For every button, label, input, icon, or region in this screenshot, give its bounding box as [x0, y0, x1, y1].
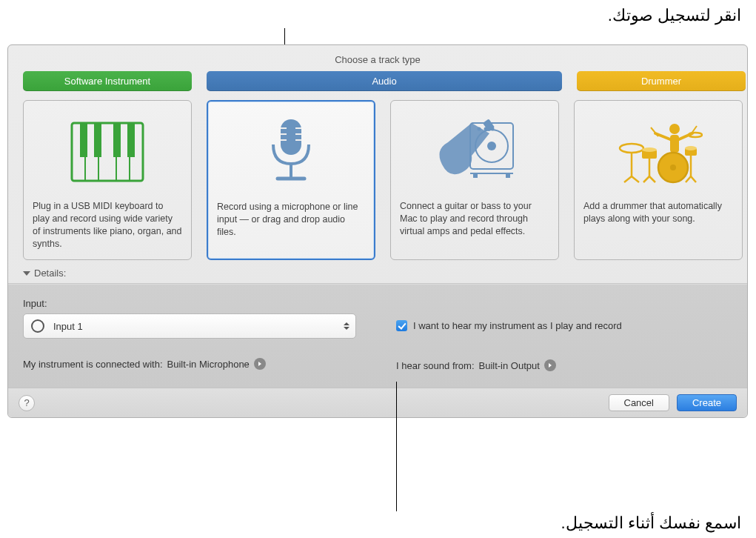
- svg-line-37: [632, 176, 639, 182]
- svg-rect-1: [80, 123, 87, 157]
- callout-line-bottom: [396, 382, 397, 511]
- svg-line-41: [643, 176, 649, 182]
- input-label: Input:: [23, 298, 359, 309]
- stepper-icon: [344, 322, 349, 330]
- connected-label: My instrument is connected with:: [23, 359, 163, 370]
- drummer-icon: [614, 113, 703, 191]
- chevron-down-icon: [23, 271, 30, 276]
- svg-line-49: [691, 176, 696, 182]
- connected-value: Built-in Microphone: [167, 359, 250, 370]
- input-value: Input 1: [53, 321, 83, 332]
- svg-line-48: [686, 176, 691, 182]
- monitor-checkbox-label: I want to hear my instrument as I play a…: [413, 320, 622, 331]
- details-arrow-icon[interactable]: [544, 359, 556, 371]
- svg-point-44: [670, 165, 676, 170]
- input-channel-icon: [31, 319, 44, 333]
- details-panel: Input: Input 1 My instrument is connecte…: [8, 284, 747, 388]
- svg-rect-9: [281, 119, 301, 155]
- card-software-instrument[interactable]: Plug in a USB MIDI keyboard to play and …: [23, 100, 192, 260]
- output-column: I want to hear my instrument as I play a…: [396, 298, 732, 371]
- help-button[interactable]: ?: [19, 395, 35, 411]
- svg-rect-4: [127, 123, 135, 157]
- new-track-dialog: Choose a track type Software Instrument …: [7, 44, 748, 418]
- svg-rect-29: [670, 135, 679, 153]
- cancel-button[interactable]: Cancel: [609, 394, 669, 411]
- svg-rect-2: [94, 123, 101, 157]
- details-arrow-icon[interactable]: [254, 358, 266, 370]
- svg-point-39: [642, 147, 657, 152]
- svg-rect-3: [113, 123, 121, 157]
- guitar-amp-icon: [430, 113, 519, 191]
- keyboard-icon: [63, 113, 152, 191]
- monitor-checkbox[interactable]: [396, 320, 407, 331]
- svg-rect-27: [506, 173, 510, 178]
- callout-hear-yourself: اسمع نفسك أثناء التسجيل.: [122, 514, 741, 533]
- card-audio-guitar[interactable]: Connect a guitar or bass to your Mac to …: [390, 100, 559, 260]
- svg-point-20: [487, 142, 496, 150]
- svg-point-46: [685, 146, 697, 150]
- details-label: Details:: [34, 268, 66, 279]
- svg-line-32: [651, 127, 658, 136]
- dialog-title: Choose a track type: [8, 45, 747, 71]
- card-guitar-text: Connect a guitar or bass to your Mac to …: [400, 200, 549, 249]
- microphone-icon: [247, 113, 335, 192]
- cards-row: Plug in a USB MIDI keyboard to play and …: [8, 91, 747, 263]
- card-drummer-text: Add a drummer that automatically plays a…: [583, 200, 733, 249]
- output-value: Built-in Output: [479, 360, 540, 371]
- output-label: I hear sound from:: [396, 360, 475, 371]
- svg-line-36: [624, 176, 632, 182]
- svg-point-34: [620, 144, 643, 153]
- svg-rect-26: [473, 173, 478, 178]
- svg-point-28: [669, 124, 680, 134]
- svg-line-33: [689, 126, 697, 136]
- dialog-footer: ? Cancel Create: [8, 388, 747, 417]
- card-software-text: Plug in a USB MIDI keyboard to play and …: [33, 200, 182, 250]
- tab-software-instrument[interactable]: Software Instrument: [23, 71, 192, 91]
- input-device-row: My instrument is connected with: Built-i…: [23, 358, 359, 370]
- card-audio-mic[interactable]: Record using a microphone or line input …: [207, 100, 375, 260]
- create-button[interactable]: Create: [677, 394, 737, 411]
- card-drummer[interactable]: Add a drummer that automatically plays a…: [574, 100, 743, 260]
- input-column: Input: Input 1 My instrument is connecte…: [23, 298, 359, 371]
- tab-audio[interactable]: Audio: [207, 71, 562, 91]
- card-mic-text: Record using a microphone or line input …: [217, 201, 365, 250]
- tabs-row: Software Instrument Audio Drummer: [8, 71, 747, 91]
- input-select[interactable]: Input 1: [23, 313, 356, 339]
- tab-drummer[interactable]: Drummer: [577, 71, 746, 91]
- output-device-row: I hear sound from: Built-in Output: [396, 359, 732, 371]
- svg-line-42: [649, 176, 655, 182]
- callout-click-to-record: انقر لتسجيل صوتك.: [122, 6, 741, 25]
- details-toggle[interactable]: Details:: [8, 263, 747, 284]
- monitor-checkbox-row[interactable]: I want to hear my instrument as I play a…: [396, 320, 732, 331]
